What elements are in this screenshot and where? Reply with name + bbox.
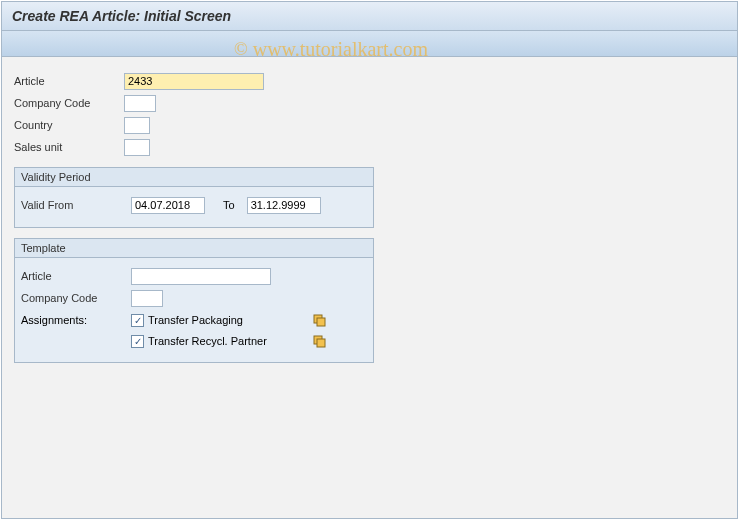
transfer-packaging-checkbox[interactable]: ✓: [131, 314, 144, 327]
valid-from-label: Valid From: [21, 199, 131, 211]
titlebar: Create REA Article: Initial Screen: [2, 2, 737, 31]
valid-from-row: Valid From To: [21, 195, 367, 215]
transfer-packaging-row: Assignments: ✓ Transfer Packaging: [21, 310, 367, 330]
multi-select-icon[interactable]: [311, 312, 327, 328]
toolbar: [2, 31, 737, 57]
country-label: Country: [14, 119, 124, 131]
validity-period-group: Validity Period Valid From To: [14, 167, 374, 228]
template-company-code-row: Company Code: [21, 288, 367, 308]
sales-unit-label: Sales unit: [14, 141, 124, 153]
multi-select-icon[interactable]: [311, 333, 327, 349]
sales-unit-row: Sales unit: [14, 137, 725, 157]
assignments-label: Assignments:: [21, 314, 131, 326]
template-article-field[interactable]: [131, 268, 271, 285]
template-article-row: Article: [21, 266, 367, 286]
svg-rect-1: [317, 318, 325, 326]
country-row: Country: [14, 115, 725, 135]
template-article-label: Article: [21, 270, 131, 282]
page-title: Create REA Article: Initial Screen: [12, 8, 231, 24]
transfer-recycl-checkbox[interactable]: ✓: [131, 335, 144, 348]
article-row: Article: [14, 71, 725, 91]
template-title: Template: [15, 239, 373, 258]
valid-to-field[interactable]: [247, 197, 321, 214]
validity-period-title: Validity Period: [15, 168, 373, 187]
template-group: Template Article Company Code Assignment…: [14, 238, 374, 363]
valid-from-field[interactable]: [131, 197, 205, 214]
valid-to-label: To: [223, 199, 235, 211]
transfer-recycl-label: Transfer Recycl. Partner: [148, 335, 303, 347]
company-code-label: Company Code: [14, 97, 124, 109]
company-code-row: Company Code: [14, 93, 725, 113]
svg-rect-3: [317, 339, 325, 347]
article-label: Article: [14, 75, 124, 87]
template-company-code-label: Company Code: [21, 292, 131, 304]
company-code-field[interactable]: [124, 95, 156, 112]
country-field[interactable]: [124, 117, 150, 134]
template-company-code-field[interactable]: [131, 290, 163, 307]
transfer-packaging-label: Transfer Packaging: [148, 314, 303, 326]
article-field[interactable]: [124, 73, 264, 90]
content: Article Company Code Country Sales unit …: [2, 57, 737, 385]
sales-unit-field[interactable]: [124, 139, 150, 156]
window: Create REA Article: Initial Screen © www…: [1, 1, 738, 519]
transfer-recycl-row: ✓ Transfer Recycl. Partner: [21, 331, 367, 351]
